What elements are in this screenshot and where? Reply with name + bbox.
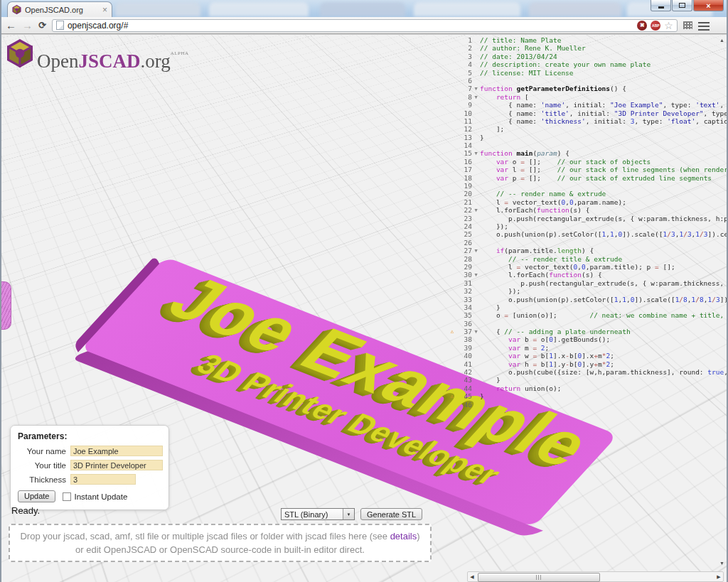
code-text: p.push(rectangular_extrude(s, { w:param.… [480, 279, 727, 287]
code-text: l = vector_text(0,0,param.name); [480, 198, 727, 206]
gutter-spacer [448, 190, 456, 198]
fold-caret-icon[interactable]: ▼ [472, 328, 480, 335]
instant-update-checkbox[interactable] [63, 492, 71, 501]
active-tab[interactable]: OpenJSCAD.org × [7, 1, 112, 17]
gutter-spacer [448, 85, 456, 92]
window-maximize-button[interactable] [672, 0, 692, 11]
param-input-thickness[interactable] [70, 474, 136, 485]
line-number: 17 [456, 166, 472, 173]
fold-spacer [472, 117, 480, 125]
chevron-down-icon[interactable]: ▼ [343, 509, 354, 519]
file-drop-zone[interactable]: Drop your jscad, scad, amf, stl file or … [9, 524, 432, 562]
code-line: 11 { name: 'thickness', initial: 3, type… [448, 117, 727, 125]
code-line: 25 o.push(union(p).setColor([1,1,0]).sca… [448, 230, 727, 238]
tab-close-icon[interactable]: × [102, 6, 107, 14]
hscroll-left-icon[interactable]: ◀ [468, 574, 476, 580]
inactive-tab[interactable] [320, 2, 405, 16]
generate-stl-button[interactable]: Generate STL [360, 508, 422, 520]
code-text [480, 320, 727, 328]
line-number: 3 [456, 53, 472, 60]
line-number: 20 [456, 190, 472, 198]
forward-button[interactable]: → [22, 19, 33, 32]
code-text: p.push(rectangular_extrude(s, { w:param.… [480, 215, 727, 222]
fold-spacer [472, 344, 480, 352]
github-link[interactable]: GitHub: OpenJSCAD [308, 569, 378, 577]
code-line: ⚠37▼ { // -- adding a plate underneath [448, 328, 727, 335]
code-line: 1// title: Name Plate [448, 36, 727, 44]
gutter-spacer [448, 287, 456, 295]
fold-spacer [472, 263, 480, 271]
param-input-your-title[interactable] [70, 460, 163, 470]
fold-caret-icon[interactable]: ▼ [472, 271, 480, 279]
code-text: o.push(union(p).setColor([1,1,0]).scale(… [480, 296, 727, 303]
code-line: 31 p.push(rectangular_extrude(s, { w:par… [448, 279, 727, 287]
code-text: { name: 'title', initial: "3D Printer De… [480, 109, 727, 117]
hscroll-track[interactable] [476, 572, 714, 581]
inactive-tab[interactable] [529, 2, 621, 16]
code-line: 41 var h = b[1].y-b[0].y+m*2; [448, 360, 727, 368]
code-line: 33 o.push(union(p).setColor([1,1,0]).sca… [448, 296, 727, 303]
gutter-spacer [448, 279, 456, 287]
code-text [480, 239, 727, 247]
fold-caret-icon[interactable]: ▼ [472, 85, 480, 92]
adblock-icon[interactable]: ABP [651, 21, 660, 31]
gutter-spacer [448, 344, 456, 352]
inactive-tab[interactable] [115, 2, 200, 16]
export-format-select[interactable]: STL (Binary) ▼ [281, 508, 355, 520]
details-link[interactable]: details [390, 531, 417, 541]
inactive-tab[interactable] [209, 2, 309, 16]
editor-hscrollbar[interactable]: ◀ ▶ [467, 571, 724, 582]
fold-spacer [472, 36, 480, 44]
editor-vscroll-up-icon[interactable]: ▲ [719, 38, 724, 43]
gutter-spacer [448, 401, 456, 409]
tab-title: OpenJSCAD.org [25, 6, 99, 14]
hscroll-grip-icon [536, 575, 542, 580]
address-bar[interactable]: openjscad.org/# ✖ ABP ☆ [52, 19, 678, 32]
fold-spacer [472, 141, 480, 149]
bookmark-star-icon[interactable]: ☆ [664, 21, 673, 31]
line-number: 44 [456, 384, 472, 392]
openjscad-favicon [12, 5, 21, 14]
line-number: 23 [456, 215, 472, 222]
code-text: l = vector_text(0,0,param.title); p = []… [480, 263, 727, 271]
hscroll-thumb[interactable] [478, 573, 600, 582]
extension-grid-icon[interactable] [683, 21, 692, 29]
gutter-spacer [448, 125, 456, 133]
fold-caret-icon[interactable]: ▼ [472, 93, 480, 101]
back-button[interactable]: ← [6, 19, 16, 32]
openjscad-logo[interactable]: OpenJSCAD.orgALPHA [7, 39, 189, 75]
fold-spacer [472, 53, 480, 60]
window-close-button[interactable]: × [693, 0, 724, 11]
hscroll-right-icon[interactable]: ▶ [714, 574, 723, 580]
fold-caret-icon[interactable]: ▼ [472, 206, 480, 214]
code-line: 9 { name: 'name', initial: "Joe Example"… [448, 101, 727, 109]
code-text: // author: Rene K. Mueller [480, 44, 727, 52]
line-number: 37 [456, 328, 472, 335]
fold-spacer [472, 279, 480, 287]
code-line: 24 }); [448, 222, 727, 230]
window-minimize-button[interactable] [651, 0, 671, 11]
gutter-spacer [448, 222, 456, 230]
code-line: 27▼ if(param.title.length) { [448, 247, 727, 254]
fold-spacer [472, 320, 480, 328]
examples-drawer-handle[interactable] [1, 281, 11, 330]
param-input-your-name[interactable] [70, 446, 163, 456]
line-number: 35 [456, 311, 472, 319]
url-text[interactable]: openjscad.org/# [68, 21, 633, 31]
gutter-spacer [448, 311, 456, 319]
fold-caret-icon[interactable]: ▼ [472, 149, 480, 157]
fold-caret-icon[interactable]: ▼ [472, 247, 480, 254]
browser-menu-icon[interactable] [698, 22, 710, 31]
gutter-spacer [448, 44, 456, 52]
code-editor[interactable]: 1// title: Name Plate2// author: Rene K.… [448, 35, 727, 582]
param-label: Thickness [18, 475, 70, 484]
line-number: 33 [456, 296, 472, 303]
gutter-spacer [448, 239, 456, 247]
editor-vscroll-down-icon[interactable]: ▼ [719, 561, 724, 566]
update-button[interactable]: Update [18, 490, 55, 502]
code-text [480, 77, 727, 85]
reload-button[interactable]: ⟳ [38, 19, 46, 32]
gutter-spacer [448, 206, 456, 214]
script-blocker-icon[interactable]: ✖ [637, 21, 647, 31]
inactive-tab[interactable] [414, 2, 520, 16]
